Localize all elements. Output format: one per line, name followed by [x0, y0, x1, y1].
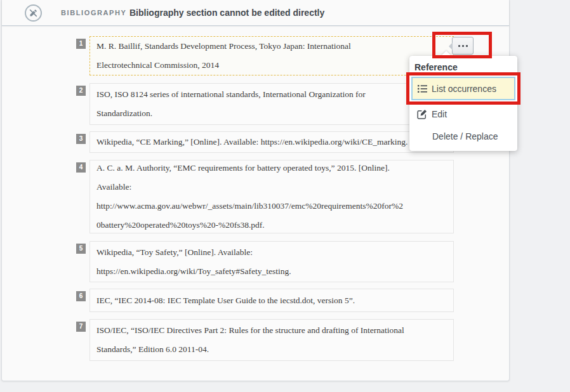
- menu-item-label: List occurrences: [432, 84, 496, 94]
- reference-entry-3[interactable]: Wikipedia, “CE Marking,” [Online]. Avail…: [89, 131, 454, 153]
- reference-entry-4[interactable]: A. C. a. M. Authority, “EMC requirements…: [89, 160, 454, 233]
- menu-item-label: Delete / Replace: [432, 131, 498, 141]
- reference-entry-6[interactable]: IEC, “IEC 2014-08: IEC Template User Gui…: [89, 289, 454, 312]
- reference-context-menu: Reference List occurrences: [409, 56, 517, 151]
- entry-number-badge: 5: [76, 244, 86, 254]
- bibliography-page: BIBLIOGRAPHY Bibliography section cannot…: [0, 0, 570, 392]
- ellipsis-icon: [462, 45, 464, 47]
- reference-entry-2[interactable]: ISO, ISO 8124 series of international st…: [89, 83, 454, 125]
- entry-number-badge: 7: [76, 322, 86, 332]
- reference-text: ISO/IEC, “ISO/IEC Directives Part 2: Rul…: [90, 321, 453, 359]
- reference-text: Wikipedia, “CE Marking,” [Online]. Avail…: [90, 133, 453, 152]
- menu-item-delete-replace[interactable]: Delete / Replace: [411, 127, 515, 146]
- readonly-message: Bibliography section cannot be edited di…: [129, 8, 324, 18]
- entry-number-badge: 4: [76, 162, 86, 173]
- edit-icon: [417, 109, 427, 119]
- menu-item-label: Edit: [432, 109, 447, 119]
- entry-number-badge: 6: [76, 291, 86, 301]
- ellipsis-icon: [466, 45, 468, 47]
- list-icon: [418, 84, 427, 93]
- reference-entry-7[interactable]: ISO/IEC, “ISO/IEC Directives Part 2: Rul…: [89, 319, 454, 361]
- ellipsis-icon: [458, 45, 460, 47]
- section-header-bar: BIBLIOGRAPHY Bibliography section cannot…: [2, 0, 509, 26]
- menu-item-edit[interactable]: Edit: [411, 105, 515, 124]
- reference-text: M. R. Baillif, Standards Development Pro…: [90, 37, 453, 75]
- menu-item-list-occurrences[interactable]: List occurrences: [411, 77, 515, 100]
- left-caret-icon: [449, 42, 453, 50]
- reference-entry-1[interactable]: M. R. Baillif, Standards Development Pro…: [89, 36, 454, 75]
- no-edit-icon: [25, 4, 42, 22]
- section-label: BIBLIOGRAPHY: [61, 9, 127, 16]
- entry-number-badge: 1: [76, 39, 86, 49]
- reference-text: A. C. a. M. Authority, “EMC requirements…: [90, 160, 453, 233]
- reference-text: Wikipedia, “Toy Safety,” [Online]. Avail…: [90, 243, 453, 281]
- menu-caret-icon: [441, 51, 451, 56]
- entry-number-badge: 3: [76, 134, 86, 144]
- menu-title: Reference: [414, 62, 458, 72]
- more-options-button[interactable]: [452, 37, 474, 55]
- no-edit-icon-glyph: [29, 8, 38, 18]
- reference-text: IEC, “IEC 2014-08: IEC Template User Gui…: [90, 291, 453, 310]
- reference-entry-5[interactable]: Wikipedia, “Toy Safety,” [Online]. Avail…: [89, 241, 454, 282]
- entry-number-badge: 2: [76, 86, 86, 96]
- reference-text: ISO, ISO 8124 series of international st…: [90, 85, 453, 123]
